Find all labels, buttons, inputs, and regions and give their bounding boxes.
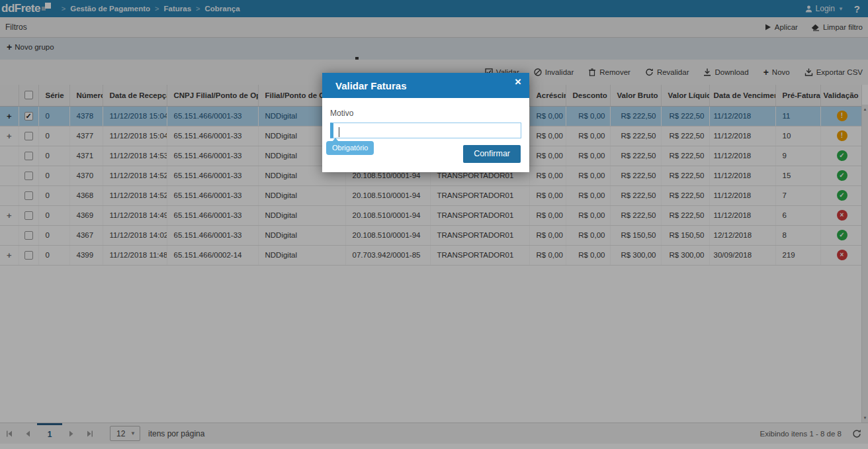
confirm-button[interactable]: Confirmar	[463, 145, 521, 163]
modal-title: Validar Faturas	[335, 80, 407, 91]
modal-overlay[interactable]	[0, 0, 868, 449]
motivo-input[interactable]	[330, 123, 521, 138]
required-tooltip: Obrigatório	[326, 141, 374, 155]
modal-header: Validar Faturas ×	[322, 73, 529, 98]
validate-invoices-modal: Validar Faturas × Motivo Obrigatório Con…	[322, 73, 529, 172]
close-icon[interactable]: ×	[515, 76, 521, 87]
text-cursor	[339, 127, 339, 137]
modal-body: Motivo Obrigatório Confirmar	[322, 98, 529, 172]
motivo-label: Motivo	[330, 109, 521, 118]
